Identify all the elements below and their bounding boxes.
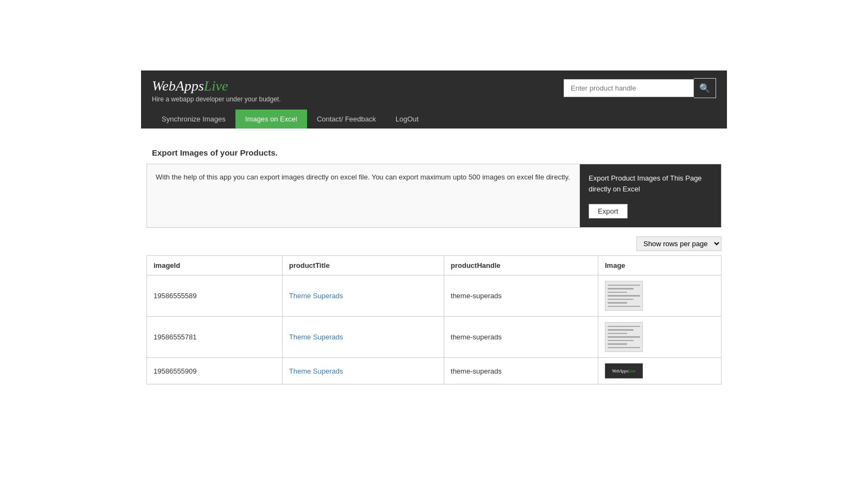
thumb-line: [608, 306, 640, 307]
info-right-title: Export Product Images of This Page direc…: [589, 173, 712, 194]
rows-per-page-select[interactable]: Show rows per page 10 25 50 100: [636, 236, 722, 251]
search-input[interactable]: [564, 79, 694, 97]
cell-imageid: 19586555589: [147, 275, 283, 317]
thumb-line: [608, 347, 640, 348]
col-header-image: Image: [598, 256, 722, 275]
col-header-producttitle: productTitle: [282, 256, 444, 275]
thumb-line: [608, 295, 640, 296]
main-content: Export Images of your Products. With the…: [141, 129, 727, 395]
export-button[interactable]: Export: [589, 204, 628, 219]
thumb-line: [608, 288, 634, 289]
logo-green-part: Live: [628, 369, 636, 374]
cell-producttitle: Theme Superads: [282, 317, 444, 358]
main-nav: Synchronize Images Images on Excel Conta…: [152, 110, 716, 129]
nav-item-synchronize[interactable]: Synchronize Images: [152, 110, 235, 129]
logo-webapps: WebApps: [152, 78, 204, 94]
thumb-line: [608, 299, 634, 300]
cell-image: [598, 317, 722, 358]
cell-producthandle: theme-superads: [444, 317, 598, 358]
search-button[interactable]: 🔍: [694, 78, 716, 98]
cell-image: [598, 275, 722, 317]
nav-item-contact[interactable]: Contact/ Feedback: [307, 110, 386, 129]
thumb-line: [608, 302, 627, 303]
header: WebAppsLive Hire a webapp developer unde…: [141, 70, 727, 129]
info-description: With the help of this app you can export…: [147, 164, 580, 227]
table-row: 19586555909 Theme Superads theme-superad…: [147, 358, 722, 384]
cell-producttitle: Theme Superads: [282, 275, 444, 317]
thumb-line: [608, 292, 627, 293]
logo: WebAppsLive: [152, 78, 281, 94]
image-thumbnail: [605, 322, 643, 352]
table-row: 19586555589 Theme Superads theme-superad…: [147, 275, 722, 317]
section-title: Export Images of your Products.: [146, 148, 722, 157]
logo-tagline: Hire a webapp developer under your budge…: [152, 95, 281, 103]
thumb-line: [608, 333, 627, 334]
nav-item-images-on-excel[interactable]: Images on Excel: [235, 110, 307, 129]
cell-producthandle: theme-superads: [444, 358, 598, 384]
search-area: 🔍: [564, 78, 716, 98]
logo-live: Live: [204, 78, 228, 94]
cell-producthandle: theme-superads: [444, 275, 598, 317]
thumb-line: [608, 285, 640, 286]
logo-white-part: WebApps: [612, 369, 628, 374]
col-header-producthandle: productHandle: [444, 256, 598, 275]
table-controls: Show rows per page 10 25 50 100: [141, 236, 727, 251]
data-table: imageId productTitle productHandle Image…: [146, 255, 722, 384]
table-row: 19586555781 Theme Superads theme-superad…: [147, 317, 722, 358]
cell-producttitle: Theme Superads: [282, 358, 444, 384]
nav-item-logout[interactable]: LogOut: [386, 110, 429, 129]
info-right: Export Product Images of This Page direc…: [580, 164, 721, 227]
cell-image: WebAppsLive: [598, 358, 722, 384]
thumb-line: [608, 343, 627, 344]
header-top: WebAppsLive Hire a webapp developer unde…: [152, 78, 716, 110]
image-thumbnail-dark: WebAppsLive: [605, 363, 643, 378]
thumb-line: [608, 340, 634, 341]
thumb-line: [608, 336, 640, 337]
thumb-line: [608, 329, 634, 330]
image-thumbnail: [605, 281, 643, 311]
col-header-imageid: imageId: [147, 256, 283, 275]
cell-imageid: 19586555781: [147, 317, 283, 358]
table-wrapper: imageId productTitle productHandle Image…: [141, 255, 727, 384]
logo-area: WebAppsLive Hire a webapp developer unde…: [152, 78, 281, 103]
thumb-line: [608, 326, 640, 327]
info-panel: With the help of this app you can export…: [146, 164, 722, 228]
cell-imageid: 19586555909: [147, 358, 283, 384]
